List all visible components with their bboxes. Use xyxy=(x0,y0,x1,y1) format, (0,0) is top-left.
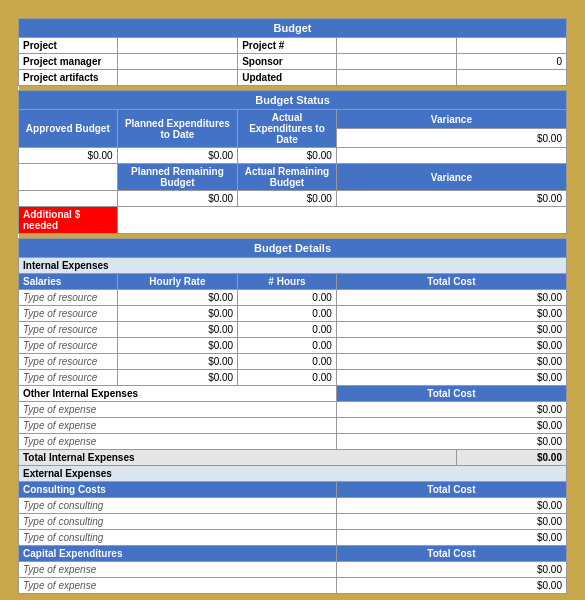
consulting-cost-2[interactable]: $0.00 xyxy=(336,514,566,530)
capital-label: Capital Expenditures xyxy=(19,546,337,562)
resource-cost-3[interactable]: $0.00 xyxy=(336,322,566,338)
expense-cost-2[interactable]: $0.00 xyxy=(336,418,566,434)
resource-name-4[interactable]: Type of resource xyxy=(19,338,118,354)
resource-rate-5[interactable]: $0.00 xyxy=(117,354,238,370)
resource-rate-3[interactable]: $0.00 xyxy=(117,322,238,338)
resource-name-1[interactable]: Type of resource xyxy=(19,290,118,306)
consulting-cost-1[interactable]: $0.00 xyxy=(336,498,566,514)
hours-header: # Hours xyxy=(238,274,337,290)
consulting-name-1[interactable]: Type of consulting xyxy=(19,498,337,514)
sponsor-value[interactable]: 0 xyxy=(457,54,567,70)
actual-remaining-header: Actual Remaining Budget xyxy=(238,164,337,191)
variance-value1[interactable]: $0.00 xyxy=(336,129,566,148)
resource-hours-2[interactable]: 0.00 xyxy=(238,306,337,322)
variance-value2[interactable]: $0.00 xyxy=(336,191,566,207)
resource-cost-4[interactable]: $0.00 xyxy=(336,338,566,354)
resource-name-6[interactable]: Type of resource xyxy=(19,370,118,386)
variance-header2: Variance xyxy=(336,164,566,191)
resource-name-5[interactable]: Type of resource xyxy=(19,354,118,370)
variance-header: Variance xyxy=(336,110,566,129)
resource-hours-6[interactable]: 0.00 xyxy=(238,370,337,386)
resource-name-2[interactable]: Type of resource xyxy=(19,306,118,322)
approved-budget-header: Approved Budget xyxy=(19,110,118,148)
expense-row-1: Type of expense $0.00 xyxy=(19,402,567,418)
consulting-row-3: Type of consulting $0.00 xyxy=(19,530,567,546)
total-cost-header: Total Cost xyxy=(336,274,566,290)
resource-cost-1[interactable]: $0.00 xyxy=(336,290,566,306)
resource-row-4: Type of resource $0.00 0.00 $0.00 xyxy=(19,338,567,354)
capital-name-2[interactable]: Type of expense xyxy=(19,578,337,594)
total-internal-value[interactable]: $0.00 xyxy=(457,450,567,466)
resource-rate-1[interactable]: $0.00 xyxy=(117,290,238,306)
resource-hours-5[interactable]: 0.00 xyxy=(238,354,337,370)
planned-exp-header: Planned Expenditures to Date xyxy=(117,110,238,148)
total-internal-label: Total Internal Expenses xyxy=(19,450,457,466)
total-cost-header4: Total Cost xyxy=(336,546,566,562)
resource-row-5: Type of resource $0.00 0.00 $0.00 xyxy=(19,354,567,370)
total-cost-header3: Total Cost xyxy=(336,482,566,498)
planned-value[interactable]: $0.00 xyxy=(117,148,238,164)
resource-row-3: Type of resource $0.00 0.00 $0.00 xyxy=(19,322,567,338)
sponsor-label: Sponsor xyxy=(238,54,337,70)
approved-value[interactable]: $0.00 xyxy=(19,148,118,164)
capital-row-1: Type of expense $0.00 xyxy=(19,562,567,578)
resource-row-6: Type of resource $0.00 0.00 $0.00 xyxy=(19,370,567,386)
consulting-name-2[interactable]: Type of consulting xyxy=(19,514,337,530)
capital-name-1[interactable]: Type of expense xyxy=(19,562,337,578)
planned-remaining-value[interactable]: $0.00 xyxy=(117,191,238,207)
consulting-name-3[interactable]: Type of consulting xyxy=(19,530,337,546)
total-cost-header2: Total Cost xyxy=(336,386,566,402)
resource-rate-6[interactable]: $0.00 xyxy=(117,370,238,386)
salaries-label: Salaries xyxy=(19,274,118,290)
consulting-label: Consulting Costs xyxy=(19,482,337,498)
planned-remaining-header: Planned Remaining Budget xyxy=(117,164,238,191)
budget-title: Budget xyxy=(19,19,567,38)
project-manager-label: Project manager xyxy=(19,54,118,70)
updated-label: Updated xyxy=(238,70,337,86)
capital-cost-1[interactable]: $0.00 xyxy=(336,562,566,578)
capital-row-2: Type of expense $0.00 xyxy=(19,578,567,594)
external-expenses-label: External Expenses xyxy=(19,466,567,482)
resource-cost-6[interactable]: $0.00 xyxy=(336,370,566,386)
consulting-row-2: Type of consulting $0.00 xyxy=(19,514,567,530)
resource-rate-4[interactable]: $0.00 xyxy=(117,338,238,354)
resource-name-3[interactable]: Type of resource xyxy=(19,322,118,338)
resource-hours-1[interactable]: 0.00 xyxy=(238,290,337,306)
expense-row-2: Type of expense $0.00 xyxy=(19,418,567,434)
resource-row-2: Type of resource $0.00 0.00 $0.00 xyxy=(19,306,567,322)
expense-name-2[interactable]: Type of expense xyxy=(19,418,337,434)
expense-cost-3[interactable]: $0.00 xyxy=(336,434,566,450)
additional-needed-label: Additional $ needed xyxy=(19,207,118,234)
expense-cost-1[interactable]: $0.00 xyxy=(336,402,566,418)
resource-rate-2[interactable]: $0.00 xyxy=(117,306,238,322)
budget-details-title: Budget Details xyxy=(19,239,567,258)
internal-expenses-label: Internal Expenses xyxy=(19,258,567,274)
expense-row-3: Type of expense $0.00 xyxy=(19,434,567,450)
actual-remaining-value[interactable]: $0.00 xyxy=(238,191,337,207)
project-num-label: Project # xyxy=(238,38,337,54)
consulting-cost-3[interactable]: $0.00 xyxy=(336,530,566,546)
spreadsheet-container: Budget Project Project # Project manager… xyxy=(10,10,575,600)
actual-value[interactable]: $0.00 xyxy=(238,148,337,164)
expense-name-3[interactable]: Type of expense xyxy=(19,434,337,450)
capital-cost-2[interactable]: $0.00 xyxy=(336,578,566,594)
other-internal-label: Other Internal Expenses xyxy=(19,386,337,402)
resource-cost-2[interactable]: $0.00 xyxy=(336,306,566,322)
expense-name-1[interactable]: Type of expense xyxy=(19,402,337,418)
hourly-rate-header: Hourly Rate xyxy=(117,274,238,290)
resource-cost-5[interactable]: $0.00 xyxy=(336,354,566,370)
resource-hours-3[interactable]: 0.00 xyxy=(238,322,337,338)
project-label: Project xyxy=(19,38,118,54)
project-artifacts-label: Project artifacts xyxy=(19,70,118,86)
budget-status-title: Budget Status xyxy=(19,91,567,110)
resource-row-1: Type of resource $0.00 0.00 $0.00 xyxy=(19,290,567,306)
resource-hours-4[interactable]: 0.00 xyxy=(238,338,337,354)
consulting-row-1: Type of consulting $0.00 xyxy=(19,498,567,514)
actual-exp-header: Actual Expenditures to Date xyxy=(238,110,337,148)
